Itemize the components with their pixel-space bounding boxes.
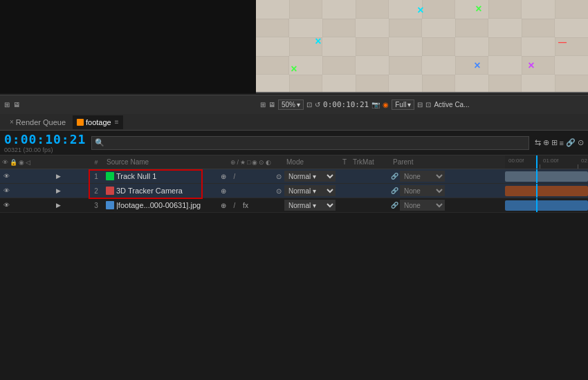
timeline-track-2 bbox=[505, 184, 588, 198]
svg-rect-30 bbox=[422, 56, 455, 75]
layer-2-num: 2 bbox=[89, 187, 104, 195]
zoom-dropdown[interactable]: 50% ▾ bbox=[278, 99, 304, 110]
parent-header: Parent bbox=[390, 158, 452, 166]
link-icon[interactable]: 🔗 bbox=[566, 138, 576, 147]
playhead-3 bbox=[536, 198, 538, 212]
left-preview bbox=[0, 0, 256, 93]
loop-icon[interactable]: ↺ bbox=[315, 101, 320, 108]
tile-background: × × × × × × — bbox=[256, 0, 588, 93]
layer-3-sw3[interactable]: fx bbox=[241, 202, 250, 209]
mask-icon[interactable]: ⊙ bbox=[578, 138, 584, 147]
layer-row-1[interactable]: 👁 ▶ 1 Track Null 1 bbox=[0, 169, 505, 184]
tab-render-queue[interactable]: × Render Queue bbox=[6, 115, 70, 129]
svg-rect-32 bbox=[555, 56, 588, 75]
switch-icon-7: ◐ bbox=[266, 159, 271, 166]
preview-bottom-border bbox=[256, 92, 588, 93]
layer-3-switches: ⊕ / fx bbox=[219, 202, 284, 209]
expand-icon-1[interactable]: ⊟ bbox=[417, 101, 423, 108]
columns-icon[interactable]: ⊞ bbox=[551, 138, 558, 147]
layer-3-expand[interactable]: ▶ bbox=[53, 202, 63, 209]
layer-1-sw1[interactable]: ⊕ bbox=[219, 173, 228, 180]
layer-list: 👁 🔒 ◉ ◁ # Source Name ⊕ / ★ □ ◉ ⊙ bbox=[0, 155, 505, 380]
color-icon[interactable]: ◉ bbox=[383, 101, 389, 108]
search-wrapper: 🔍 bbox=[91, 136, 529, 150]
svg-rect-22 bbox=[555, 19, 588, 37]
search-input[interactable] bbox=[107, 139, 525, 147]
fit-icon[interactable]: ⊡ bbox=[306, 101, 312, 108]
switch-icon-4: □ bbox=[247, 159, 250, 166]
marker-red-1: — bbox=[558, 37, 567, 47]
quality-dropdown[interactable]: Full ▾ bbox=[392, 99, 414, 110]
layer-1-sw6[interactable]: ⊙ bbox=[274, 173, 284, 180]
settings-icon[interactable]: ≡ bbox=[560, 139, 564, 147]
panel-tabs: × Render Queue footage ≡ bbox=[0, 114, 588, 131]
monitor-icon-right[interactable]: 🖥 bbox=[268, 101, 275, 108]
source-name-header: Source Name bbox=[104, 158, 218, 166]
expand-icon-2[interactable]: ⊡ bbox=[425, 101, 431, 108]
layer-1-eye[interactable]: 👁 bbox=[1, 173, 11, 180]
layer-3-mode[interactable]: Normal ▾ bbox=[284, 200, 340, 211]
timecode-row: 0:00:10:21 00321 (30.00 fps) 🔍 ⇆ ⊕ ⊞ ≡ 🔗… bbox=[0, 131, 588, 155]
footage-tab-menu[interactable]: ≡ bbox=[115, 118, 119, 126]
layer-3-sw2[interactable]: / bbox=[230, 202, 239, 209]
layer-row-2[interactable]: 👁 ▶ 2 3D Tracker Camera bbox=[0, 184, 505, 198]
timeline-scroll: 00:00f 01:00f 02:00f bbox=[505, 155, 588, 380]
timecode-section: 0:00:10:21 00321 (30.00 fps) bbox=[4, 132, 86, 153]
camera-icon-right: 📷 bbox=[371, 101, 380, 108]
svg-rect-36 bbox=[455, 75, 488, 93]
solo-header: ◉ bbox=[19, 159, 24, 166]
switch-icon-1: ⊕ bbox=[230, 159, 236, 166]
layer-2-color bbox=[106, 187, 114, 195]
new-comp-icon[interactable]: ⊕ bbox=[543, 138, 549, 147]
tile-svg: × × × × × × — bbox=[256, 0, 588, 93]
ruler-line-1 bbox=[540, 164, 540, 169]
svg-rect-25 bbox=[389, 37, 422, 56]
empty-layer-area bbox=[0, 213, 505, 365]
timeline-ruler: 00:00f 01:00f 02:00f bbox=[505, 155, 588, 169]
marker-green-1: × bbox=[475, 3, 481, 15]
layer-2-name: 3D Tracker Camera bbox=[116, 187, 219, 195]
layer-1-num: 1 bbox=[89, 173, 104, 180]
grid-icon-right[interactable]: ⊞ bbox=[260, 101, 266, 108]
layer-row-3[interactable]: 👁 ▶ 3 |footage...000-00631].jpg bbox=[0, 198, 505, 213]
layer-1-mode[interactable]: Normal ▾ bbox=[284, 171, 340, 182]
grid-icon[interactable]: ⊞ bbox=[4, 101, 10, 108]
switch-icon-5: ◉ bbox=[252, 159, 257, 166]
layer-2-eye[interactable]: 👁 bbox=[1, 187, 11, 194]
layer-3-name: |footage...000-00631].jpg bbox=[116, 201, 219, 209]
eye-header: 👁 bbox=[2, 159, 8, 166]
ruler-line-2 bbox=[578, 164, 578, 169]
layer-3-eye[interactable]: 👁 bbox=[1, 202, 11, 209]
svg-rect-31 bbox=[488, 56, 522, 75]
svg-rect-27 bbox=[522, 37, 555, 56]
tab-footage[interactable]: footage ≡ bbox=[73, 115, 123, 129]
layer-2-sw1[interactable]: ⊕ bbox=[219, 187, 228, 195]
switches-header: ⊕ / ★ □ ◉ ⊙ ◐ bbox=[218, 159, 284, 166]
layer-2-parent: 🔗 None bbox=[391, 185, 453, 196]
layer-2-sw6[interactable]: ⊙ bbox=[274, 187, 284, 195]
track-bar-2 bbox=[505, 186, 588, 196]
timecode-value[interactable]: 0:00:10:21 bbox=[4, 132, 86, 146]
layer-3-sw1[interactable]: ⊕ bbox=[219, 202, 228, 209]
svg-rect-29 bbox=[356, 56, 389, 75]
layer-1-expand[interactable]: ▶ bbox=[53, 173, 63, 180]
marker-cyan-2: × bbox=[315, 35, 321, 47]
layer-3-parent-icon: 🔗 bbox=[391, 202, 398, 209]
svg-rect-26 bbox=[455, 37, 488, 56]
svg-rect-18 bbox=[289, 19, 322, 37]
layer-1-controls: 👁 ▶ bbox=[0, 173, 89, 180]
render-queue-close[interactable]: × bbox=[10, 118, 14, 126]
monitor-icon[interactable]: 🖥 bbox=[13, 101, 20, 108]
switch-icon-2: / bbox=[237, 159, 239, 166]
marker-purple-1: × bbox=[528, 59, 534, 71]
layer-2-expand[interactable]: ▶ bbox=[53, 187, 63, 194]
timeline-section: × Render Queue footage ≡ 0:00:10:21 0032… bbox=[0, 114, 588, 380]
layer-1-sw2[interactable]: / bbox=[230, 173, 239, 180]
ruler-1: 01:00f bbox=[543, 158, 558, 164]
layer-2-mode[interactable]: Normal ▾ bbox=[284, 185, 340, 196]
timeline-empty bbox=[505, 213, 588, 365]
svg-rect-34 bbox=[322, 75, 356, 93]
transfer-icon[interactable]: ⇆ bbox=[535, 138, 541, 147]
col-controls-header: 👁 🔒 ◉ ◁ bbox=[0, 159, 89, 166]
layer-2-controls: 👁 ▶ bbox=[0, 187, 89, 194]
